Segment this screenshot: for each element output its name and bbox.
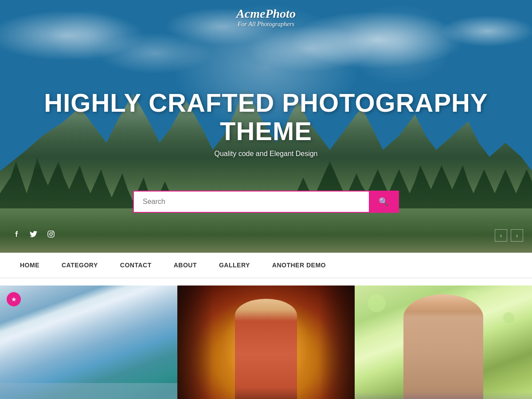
- nav-separator: [0, 278, 532, 279]
- nav-item-category[interactable]: CATEGORY: [51, 253, 109, 278]
- twitter-icon[interactable]: [28, 229, 39, 239]
- logo-title: AcmePhoto: [236, 7, 296, 21]
- ground-layer: [0, 208, 532, 253]
- slider-arrows: ‹ ›: [495, 229, 523, 242]
- nav-item-about[interactable]: ABOUT: [163, 253, 208, 278]
- star-icon: ★: [11, 296, 17, 303]
- nav-item-contact[interactable]: CONTACT: [109, 253, 163, 278]
- photo-card-3[interactable]: [355, 286, 532, 399]
- nav-item-home[interactable]: HOME: [9, 253, 51, 278]
- svg-rect-0: [48, 231, 54, 237]
- hero-text-block: HIGHLY CRAFTED PHOTOGRAPHY THEME Quality…: [0, 89, 532, 158]
- search-input[interactable]: [134, 192, 369, 212]
- photo-card-1[interactable]: ★: [0, 286, 177, 399]
- nav-item-another-demo[interactable]: ANOTHER DEMO: [261, 253, 337, 278]
- photo-star-badge-1: ★: [7, 292, 21, 306]
- nav-list: HOME CATEGORY CONTACT ABOUT GALLERY ANOT…: [9, 253, 523, 278]
- facebook-icon[interactable]: [11, 229, 22, 239]
- slider-prev-button[interactable]: ‹: [495, 229, 507, 242]
- search-container: 🔍: [133, 191, 399, 213]
- nav-bar: HOME CATEGORY CONTACT ABOUT GALLERY ANOT…: [0, 253, 532, 278]
- photo-bg-1: [0, 286, 177, 399]
- logo-subtitle: For All Photographers: [236, 21, 296, 28]
- photo-bg-2: [177, 286, 355, 399]
- site-logo[interactable]: AcmePhoto For All Photographers: [236, 7, 296, 28]
- photo-card-2[interactable]: [177, 286, 355, 399]
- search-button[interactable]: 🔍: [369, 192, 398, 212]
- search-icon: 🔍: [379, 197, 388, 206]
- slider-next-button[interactable]: ›: [511, 229, 523, 242]
- hero-title: HIGHLY CRAFTED PHOTOGRAPHY THEME: [0, 89, 532, 145]
- photo-grid: ★: [0, 286, 532, 399]
- nav-item-gallery[interactable]: GALLERY: [208, 253, 261, 278]
- hero-subtitle: Quality code and Elegant Design: [0, 150, 532, 158]
- social-icons: [11, 229, 56, 239]
- search-box: 🔍: [133, 191, 399, 213]
- svg-point-2: [52, 232, 53, 233]
- photo-bg-3: [355, 286, 532, 399]
- instagram-icon[interactable]: [46, 229, 56, 239]
- hero-section: AcmePhoto For All Photographers HIGHLY C…: [0, 0, 532, 253]
- svg-point-1: [50, 233, 52, 235]
